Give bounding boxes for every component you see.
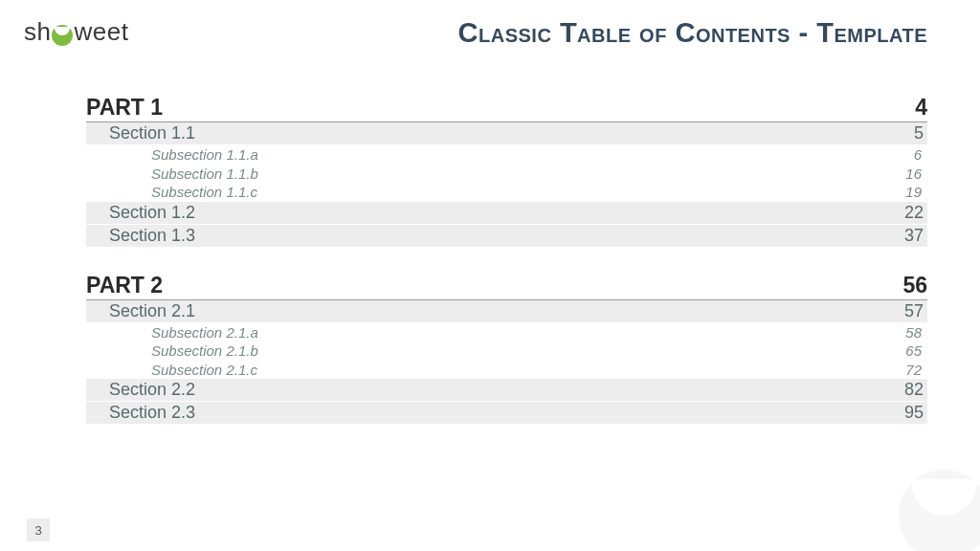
toc-subsection-page: 6 bbox=[914, 145, 922, 165]
watermark-bowl-icon bbox=[899, 470, 980, 551]
toc-part-page: 56 bbox=[902, 273, 927, 298]
toc-section-row: Section 2.1 57 bbox=[86, 300, 927, 323]
toc-section-label: Section 2.3 bbox=[109, 403, 195, 423]
header: sh weet Classic Table of Contents - Temp… bbox=[0, 0, 980, 49]
toc-subsection-page: 72 bbox=[905, 361, 922, 380]
toc-subsection-page: 16 bbox=[905, 165, 922, 184]
toc-subsection-page: 58 bbox=[905, 323, 922, 342]
toc-subsection-label: Subsection 1.1.a bbox=[151, 145, 258, 165]
toc-subsection-label: Subsection 2.1.a bbox=[151, 323, 258, 342]
logo-bowl-icon bbox=[52, 25, 73, 46]
toc-section-page: 82 bbox=[904, 380, 924, 400]
toc-section-label: Section 1.3 bbox=[109, 226, 195, 246]
toc-section-page: 95 bbox=[904, 403, 924, 423]
toc-section-label: Section 2.2 bbox=[109, 380, 195, 400]
toc-subsection-page: 65 bbox=[905, 342, 922, 361]
toc-section-label: Section 1.1 bbox=[109, 123, 195, 143]
toc-part: PART 2 56 Section 2.1 57 Subsection 2.1.… bbox=[86, 273, 927, 426]
toc-section-label: Section 2.1 bbox=[109, 301, 195, 321]
toc-section-page: 5 bbox=[914, 123, 924, 143]
page-title: Classic Table of Contents - Template bbox=[458, 17, 927, 49]
toc-part: PART 1 4 Section 1.1 5 Subsection 1.1.a … bbox=[86, 95, 927, 248]
toc-part-label: PART 1 bbox=[86, 95, 163, 121]
toc-subsection-row: Subsection 2.1.a 58 bbox=[86, 323, 927, 342]
toc-subsection-page: 19 bbox=[905, 183, 922, 202]
toc-section-row: Section 1.2 22 bbox=[86, 202, 927, 225]
toc-part-label: PART 2 bbox=[86, 273, 163, 298]
toc-section-row: Section 2.3 95 bbox=[86, 402, 927, 425]
toc-subsection-row: Subsection 1.1.a 6 bbox=[86, 145, 927, 165]
toc-section-row: Section 1.1 5 bbox=[86, 122, 927, 145]
toc-subsection-label: Subsection 1.1.b bbox=[151, 165, 258, 184]
toc-subsection-label: Subsection 1.1.c bbox=[151, 183, 257, 202]
brand-logo: sh weet bbox=[24, 17, 128, 47]
toc-section-row: Section 1.3 37 bbox=[86, 225, 927, 248]
toc-part-page: 4 bbox=[915, 95, 927, 121]
toc-subsection-label: Subsection 2.1.c bbox=[151, 361, 257, 380]
toc-content: PART 1 4 Section 1.1 5 Subsection 1.1.a … bbox=[0, 49, 980, 425]
slide-number: 3 bbox=[27, 518, 50, 541]
toc-section-page: 22 bbox=[904, 203, 924, 223]
toc-section-label: Section 1.2 bbox=[109, 203, 195, 223]
toc-subsection-row: Subsection 1.1.b 16 bbox=[86, 165, 927, 184]
logo-text-weet: weet bbox=[74, 17, 128, 47]
toc-section-page: 57 bbox=[904, 301, 924, 321]
toc-section-row: Section 2.2 82 bbox=[86, 379, 927, 402]
toc-part-row: PART 1 4 bbox=[86, 95, 927, 122]
toc-subsection-label: Subsection 2.1.b bbox=[151, 342, 258, 361]
toc-section-page: 37 bbox=[904, 226, 924, 246]
toc-part-row: PART 2 56 bbox=[86, 273, 927, 300]
toc-subsection-row: Subsection 2.1.c 72 bbox=[86, 361, 927, 380]
logo-text-sh: sh bbox=[24, 17, 51, 47]
toc-subsection-row: Subsection 2.1.b 65 bbox=[86, 342, 927, 361]
toc-subsection-row: Subsection 1.1.c 19 bbox=[86, 183, 927, 202]
